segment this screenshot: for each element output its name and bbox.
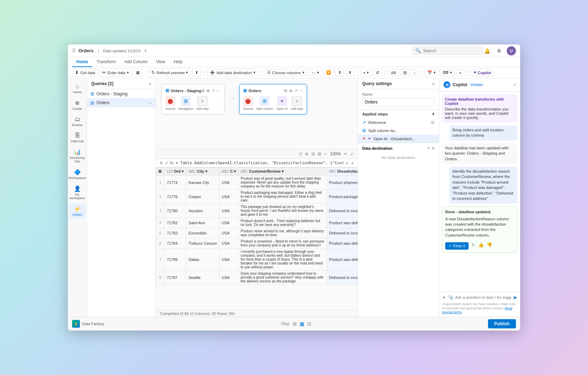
table-btn[interactable]: ▤	[400, 69, 410, 76]
sort-down-btn[interactable]: ⬇	[346, 69, 354, 76]
tab-view[interactable]: View	[152, 57, 170, 67]
nav-my-workspace[interactable]: 👤 My workspace	[69, 183, 86, 202]
copilot-ribbon-btn[interactable]: ✦ Copilot	[470, 69, 494, 76]
copilot-send-btn[interactable]: ➤	[513, 294, 517, 301]
step-openai-x-btn[interactable]: ✕	[362, 136, 365, 141]
query-settings-expand-icon[interactable]: »	[432, 81, 435, 86]
nav-workspaces[interactable]: 🔷 Workspaces	[69, 167, 86, 182]
queries-collapse-icon[interactable]: «	[149, 81, 151, 86]
refresh-preview-btn[interactable]: ↻ Refresh preview ▾	[148, 69, 191, 77]
col-dissatisfaction[interactable]: ABC DissatisfactionRea... ▾	[327, 168, 358, 175]
formula-expand-btn[interactable]: ∨	[346, 161, 349, 166]
staging-step-nav[interactable]: ⊞ Navigation	[178, 96, 194, 111]
formula-check-btn[interactable]: ✓	[165, 160, 169, 166]
nav-datahub[interactable]: 🗄 Data hub	[69, 130, 86, 145]
staging-action4[interactable]: ⋯	[216, 88, 220, 93]
orders-action3[interactable]: ↗	[294, 88, 298, 93]
publish-btn[interactable]: Publish	[488, 319, 516, 328]
copilot-attach-btn[interactable]: 📎	[448, 295, 454, 300]
search-bar[interactable]: 🔍	[412, 47, 483, 55]
tab-help[interactable]: Help	[169, 57, 187, 67]
undo-icon[interactable]: ↺	[299, 151, 302, 156]
col-c-filter[interactable]: ▾	[234, 169, 236, 173]
copilot-keep-btn[interactable]: ✓ Keep it	[445, 242, 469, 250]
copy-icon[interactable]: ⊕	[305, 151, 308, 156]
diagram-icon[interactable]: ⊠	[318, 151, 321, 156]
col-review-filter[interactable]: ▾	[282, 169, 284, 173]
node-staging[interactable]: ⊞ Orders - Staging ⚙ ⊕ ↗ ⋯ ⬤	[161, 84, 224, 114]
step-ref-settings-icon[interactable]: ⚙	[431, 120, 435, 125]
copilot-thumbup-btn[interactable]: 👍	[478, 242, 484, 248]
fit-icon[interactable]: ⊞	[311, 151, 315, 156]
search-input[interactable]	[423, 48, 472, 53]
nav-monitoring[interactable]: 📊 Monitoring hub	[69, 147, 86, 165]
col-ord-filter[interactable]: ▾	[182, 169, 184, 173]
orders-action1[interactable]: ⚙	[284, 88, 288, 93]
enter-data-btn[interactable]: ✏ Enter data ▾	[99, 69, 132, 77]
date-btn[interactable]: 📅▾	[424, 69, 439, 76]
group-btn[interactable]: ≡▾	[360, 69, 372, 76]
stats-btn[interactable]: ≡	[456, 69, 464, 76]
data-table-container[interactable]: ⊞ 123 Ord ▾ ABC City ▾ ABC C ▾ ABC Custo…	[156, 167, 358, 310]
fullscreen-icon[interactable]: ⤢	[350, 151, 353, 156]
orders-step-openai[interactable]: ✦ Open AI	[276, 96, 288, 111]
copilot-sparkle-btn[interactable]: ✦	[442, 295, 446, 300]
add-data-dest-btn[interactable]: ➕ Add data destination ▾	[207, 69, 258, 76]
query-name-input[interactable]	[362, 98, 435, 106]
num-btn[interactable]: ↕	[411, 69, 419, 76]
copilot-close-btn[interactable]: ×	[513, 82, 516, 87]
step-reference[interactable]: ↗ Reference ⚙	[358, 118, 439, 126]
copilot-refresh-btn[interactable]: ↻	[471, 242, 475, 248]
diagram-view-btn[interactable]: ⊞	[293, 321, 297, 327]
staging-action3[interactable]: ↗	[211, 88, 215, 93]
col-city[interactable]: ABC City ▾	[186, 168, 219, 175]
node-orders[interactable]: ⊞ Orders ⚙ ⊕ ↗ ⋯ ⬤ Source	[239, 84, 307, 114]
copilot-thumbdown-btn[interactable]: 👎	[487, 242, 492, 248]
formula-x-btn[interactable]: ✕	[159, 160, 163, 166]
copilot-input[interactable]	[455, 295, 511, 299]
applied-steps-chevron[interactable]: ∧	[432, 112, 435, 116]
nav-orders[interactable]: ⚡ Orders	[69, 203, 86, 219]
col-ord[interactable]: 123 Ord ▾	[165, 168, 186, 175]
staging-action2[interactable]: ⊕	[206, 88, 210, 93]
avatar[interactable]: U	[507, 46, 516, 55]
layout-btn[interactable]: ▦	[133, 69, 142, 76]
col-city-filter[interactable]: ▾	[205, 169, 207, 173]
text-btn[interactable]: AB	[388, 69, 399, 76]
tab-add-column[interactable]: Add Column	[120, 57, 152, 67]
grid-view-btn[interactable]: ⊟	[307, 321, 311, 327]
nav-browse[interactable]: 🗂 Browse	[69, 114, 86, 129]
notification-icon[interactable]: 🔔	[483, 47, 491, 55]
get-data-btn[interactable]: ⬇ Get data	[72, 69, 98, 77]
formula-input[interactable]	[176, 161, 343, 165]
table-view-btn[interactable]: ▦	[300, 321, 304, 327]
add-dest-btn[interactable]: +	[428, 146, 430, 150]
orders-step-split[interactable]: ⊞ Split column	[256, 96, 274, 111]
filter-btn[interactable]: 🔽	[323, 69, 334, 76]
nav-create[interactable]: ⊕ Create	[69, 97, 86, 113]
staging-action1[interactable]: ⚙	[201, 88, 205, 93]
sort-up-btn[interactable]: ⬆	[335, 69, 344, 76]
query-item-staging[interactable]: ⊞ Orders - Staging	[87, 89, 155, 98]
staging-add-step[interactable]: + Add step	[196, 96, 209, 111]
step-openai[interactable]: ✕ ✦ Open AI - Dissatisfacti...	[358, 135, 439, 143]
settings-icon[interactable]: ⚙	[495, 47, 503, 55]
staging-step-source[interactable]: ⬤ Source	[165, 96, 176, 111]
orders-action2[interactable]: ⊕	[289, 88, 293, 93]
step-view-btn[interactable]: Step	[281, 321, 290, 326]
choose-cols-btn[interactable]: ☰ Choose columns ▾	[264, 69, 307, 76]
col-review[interactable]: ABC CustomerReview ▾	[238, 168, 327, 175]
query-more-icon[interactable]: ···	[148, 100, 152, 106]
orders-action4[interactable]: ⋯	[299, 88, 303, 93]
export-btn[interactable]: ⬆	[192, 69, 201, 76]
query-item-orders[interactable]: ⊞ Orders ···	[87, 98, 155, 107]
step-split-column[interactable]: ⊞ Split column by...	[358, 126, 439, 135]
orders-add-step[interactable]: + Add step	[290, 96, 303, 111]
nav-home[interactable]: ⌂ Home	[69, 81, 86, 96]
tab-transform[interactable]: Transform	[92, 57, 120, 67]
tab-home[interactable]: Home	[72, 57, 92, 67]
formula-up-btn[interactable]: ∧	[351, 161, 354, 166]
zoom-in-icon[interactable]: +	[344, 151, 347, 157]
col-c[interactable]: ABC C ▾	[219, 168, 239, 175]
sort-asc-btn[interactable]: ↑↓▾	[309, 69, 322, 76]
